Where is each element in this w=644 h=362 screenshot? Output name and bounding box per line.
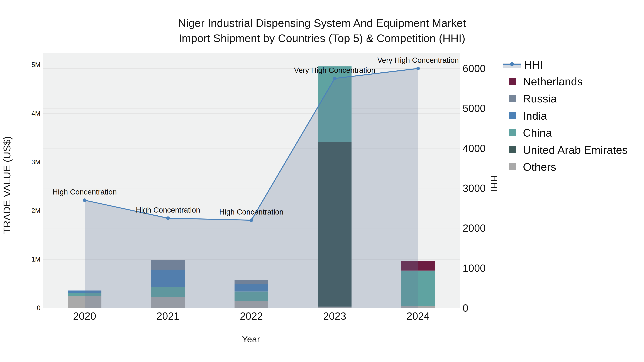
y-right-tick-label-0: 0: [462, 302, 468, 314]
hhi-marker-2022: [250, 218, 253, 222]
legend-swatch-india: [509, 112, 516, 119]
x-tick-label-2022: 2022: [240, 310, 263, 322]
x-tick-label-2023: 2023: [323, 310, 346, 322]
y-right-tick-label-3: 3000: [462, 182, 486, 194]
legend-label-united-arab-emirates: United Arab Emirates: [523, 144, 628, 156]
legend-item-russia[interactable]: Russia: [503, 93, 557, 104]
legend-swatch-netherlands: [509, 78, 516, 85]
hhi-marker-2020: [83, 198, 86, 202]
legend-item-others[interactable]: Others: [503, 161, 556, 172]
y-left-tick-label-4: 4M: [32, 110, 40, 117]
hhi-marker-2024: [416, 67, 420, 70]
legend-swatch-china: [509, 129, 516, 136]
legend-item-hhi[interactable]: HHI: [503, 59, 543, 70]
legend-label-netherlands: Netherlands: [523, 75, 583, 88]
hhi-marker-2023: [333, 77, 336, 80]
legend-label-china: China: [523, 126, 552, 139]
y-right-axis-title: HHI: [488, 175, 500, 192]
x-tick-label-2024: 2024: [406, 310, 430, 322]
y-right-tick-label-5: 5000: [462, 102, 486, 114]
legend-label-hhi: HHI: [524, 58, 543, 71]
hhi-annotation-2020: High Concentration: [52, 188, 117, 196]
hhi-marker-2021: [166, 217, 170, 220]
chart-title-line-1: Niger Industrial Dispensing System And E…: [178, 17, 466, 29]
y-right-tick-label-2: 2000: [462, 222, 486, 234]
legend-swatch-united-arab-emirates: [509, 146, 516, 153]
y-left-tick-label-0: 0: [37, 304, 40, 312]
y-left-tick-label-3: 3M: [32, 158, 40, 166]
x-tick-label-2021: 2021: [156, 310, 180, 322]
y-right-tick-label-4: 4000: [462, 142, 486, 154]
legend-label-others: Others: [523, 161, 556, 173]
legend-label-india: India: [523, 109, 547, 122]
chart-title-line-2: Import Shipment by Countries (Top 5) & C…: [179, 32, 465, 44]
hhi-annotation-2024: Very High Concentration: [377, 56, 459, 64]
legend-item-india[interactable]: India: [503, 110, 547, 121]
plot-canvas: 01M2M3M4M5M01000200030004000500060002020…: [0, 0, 644, 362]
legend-swatch-others: [509, 163, 516, 170]
legend-swatch-russia: [509, 95, 516, 102]
figure: 01M2M3M4M5M01000200030004000500060002020…: [0, 0, 644, 362]
hhi-annotation-2022: High Concentration: [219, 208, 284, 216]
y-left-tick-label-1: 1M: [32, 256, 40, 263]
y-right-tick-label-1: 1000: [462, 262, 486, 274]
y-left-tick-label-2: 2M: [32, 207, 40, 214]
x-tick-label-2020: 2020: [73, 310, 96, 322]
y-right-tick-label-6: 6000: [462, 62, 486, 74]
legend-item-united-arab-emirates[interactable]: United Arab Emirates: [503, 144, 628, 155]
y-left-axis-title: TRADE VALUE (US$): [1, 136, 13, 234]
hhi-annotation-2023: Very High Concentration: [294, 66, 375, 74]
legend-item-china[interactable]: China: [503, 127, 552, 138]
x-axis-title: Year: [242, 334, 260, 345]
legend-hhi-line-sample: [503, 59, 522, 70]
legend-label-russia: Russia: [523, 92, 557, 105]
hhi-annotation-2021: High Concentration: [136, 206, 200, 214]
y-left-tick-label-5: 5M: [32, 61, 40, 68]
legend-item-netherlands[interactable]: Netherlands: [503, 76, 583, 87]
